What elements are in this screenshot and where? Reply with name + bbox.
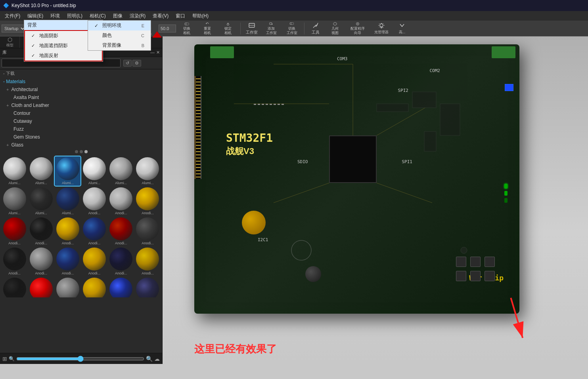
mat-item-8[interactable]: Alumi... — [55, 187, 80, 216]
cloud-icon[interactable]: ☁ — [154, 356, 160, 362]
mat-item-16[interactable]: Anodi... — [108, 217, 134, 246]
green-conn-2 — [492, 46, 515, 58]
svg-rect-23 — [440, 104, 460, 135]
config-wizard-button[interactable]: 配置程序向导 — [346, 22, 370, 35]
geo-view-button[interactable]: 几何视图 — [325, 22, 345, 35]
mat-item-20[interactable]: Anodi... — [55, 247, 80, 276]
mat-item-1[interactable]: Alumi... — [28, 156, 54, 186]
title-icon: 🔷 — [3, 3, 9, 8]
tree-item-contour[interactable]: Contour — [0, 109, 162, 117]
dropdown-menu: 背景 ▶ ✓ 照明环境 E 颜色 C 背景图像 B ✓ 地面阴影 ✓ 地面遮挡阴… — [24, 20, 103, 62]
page-dot-1[interactable] — [75, 150, 78, 153]
mat-item-4[interactable]: Alumi... — [108, 156, 134, 186]
mat-item-11[interactable]: Anodi... — [135, 187, 161, 216]
tree-item-architectural[interactable]: + Architectural — [0, 86, 162, 93]
menu-file[interactable]: 文件(F) — [2, 12, 23, 20]
menu-env[interactable]: 环境 — [47, 12, 63, 20]
tree-download[interactable]: - 下载 — [0, 69, 162, 78]
reset-camera-button[interactable]: 重置相机 — [197, 22, 217, 35]
menu-edit[interactable]: 编辑(E) — [24, 12, 46, 20]
tree-item-glass[interactable]: + Glass — [0, 141, 162, 149]
mat-item-24[interactable]: Anodi... — [2, 277, 27, 297]
mat-item-27[interactable]: Anodi... — [81, 277, 107, 297]
mat-item-12[interactable]: Anodi... — [2, 217, 27, 246]
lock-camera-button[interactable]: 锁定相机 — [218, 22, 238, 35]
switch-camera-button[interactable]: 切换相机 — [177, 22, 197, 35]
mat-item-10[interactable]: Anodi... — [108, 187, 134, 216]
mat-item-29[interactable]: Anodi... — [135, 277, 161, 297]
mat-item-21[interactable]: Anodi... — [81, 247, 107, 276]
mat-item-7[interactable]: Alumi... — [28, 187, 54, 216]
material-grid: Alumi...Alumi...Alumi...Alumi...Alumi...… — [0, 155, 162, 297]
dd-color[interactable]: 颜色 C — [88, 30, 151, 40]
dd-bg-image[interactable]: 背景图像 B — [88, 40, 151, 50]
tree-item-cloth[interactable]: + Cloth and Leather — [0, 101, 162, 109]
menu-window[interactable]: 窗口 — [172, 12, 188, 20]
mat-item-18[interactable]: Anodi... — [2, 247, 27, 276]
mat-item-17[interactable]: Anodi... — [135, 217, 161, 246]
mat-item-25[interactable]: Anodi... — [28, 277, 54, 297]
startup-select[interactable]: Startup — [2, 25, 26, 32]
mat-item-6[interactable]: Alumi... — [2, 187, 27, 216]
search-config-btn[interactable]: ⚙ — [132, 60, 141, 67]
add-studio-button[interactable]: 添加工作室 — [261, 22, 281, 35]
tree-materials[interactable]: - Materials — [0, 78, 162, 86]
mat-item-5[interactable]: Alumi... — [135, 156, 161, 186]
search-icon-bottom2[interactable]: 🔍 — [146, 356, 153, 362]
page-dot-2[interactable] — [80, 150, 83, 153]
divider4 — [304, 23, 305, 34]
size-slider[interactable] — [16, 356, 144, 362]
mat-item-14[interactable]: Anodi... — [55, 217, 80, 246]
mat-item-9[interactable]: Anodi... — [81, 187, 107, 216]
search-refresh-btn[interactable]: ↺ — [123, 60, 132, 67]
tree-item-axalta[interactable]: Axalta Paint — [0, 93, 162, 101]
mat-item-28[interactable]: Anodi... — [108, 277, 134, 297]
tree-item-cutaway[interactable]: Cutaway — [0, 117, 162, 125]
dd-ground-reflection[interactable]: ✓ 地面反射 — [25, 51, 102, 61]
dd-bg-image-label: 背景图像 — [102, 42, 121, 49]
menu-camera[interactable]: 相机(C) — [86, 12, 109, 20]
page-dot-3[interactable] — [84, 150, 88, 153]
svg-point-27 — [461, 247, 467, 253]
mat-thumb-9 — [83, 187, 106, 210]
menu-view[interactable]: 查看(V) — [149, 12, 172, 20]
mat-item-13[interactable]: Anodi... — [28, 217, 54, 246]
pagination — [0, 149, 162, 155]
mat-thumb-8 — [56, 187, 79, 210]
tab-model[interactable]: ⬡ 模型 — [0, 36, 20, 48]
dd-ground-reflection-label: 地面反射 — [39, 52, 58, 59]
viewport[interactable]: STM32F1 战舰V3 COM3 COM2 SPI2 SPI1 SDIO I2… — [163, 36, 588, 364]
tree-item-fuzz[interactable]: Fuzz — [0, 125, 162, 133]
mat-item-0[interactable]: Alumi... — [2, 156, 27, 186]
mat-item-2[interactable]: Alumi... — [55, 156, 80, 186]
grid-icon[interactable]: ⊞ — [2, 356, 7, 362]
mat-thumb-12 — [3, 217, 26, 240]
mat-item-3[interactable]: Alumi... — [81, 156, 107, 186]
dd-lighting-env[interactable]: ✓ 照明环境 E — [88, 21, 151, 30]
mat-label-3: Alumi... — [82, 181, 106, 185]
mat-label-0: Alumi... — [2, 181, 27, 185]
menu-help[interactable]: 帮助(H) — [189, 12, 212, 20]
mat-item-15[interactable]: Anodi... — [81, 217, 107, 246]
mat-item-22[interactable]: Anodi... — [108, 247, 134, 276]
search-icon-bottom[interactable]: 🔍 — [9, 356, 15, 362]
high-button[interactable]: 高... — [393, 22, 411, 35]
titlebar: 🔷 KeyShot 10.0 Pro - untitled.bip — [0, 0, 588, 11]
menu-lighting[interactable]: 照明(L) — [64, 12, 86, 20]
menu-image[interactable]: 图像 — [110, 12, 126, 20]
menu-render[interactable]: 渲染(R) — [126, 12, 149, 20]
tree-view[interactable]: - 下载 - Materials + Architectural Axalta … — [0, 69, 162, 149]
pcb-header-left — [194, 76, 201, 179]
studio-button[interactable]: 工作室 — [243, 22, 260, 35]
switch-studio-button[interactable]: 切换工作室 — [282, 22, 302, 35]
svg-line-29 — [502, 298, 532, 338]
mat-item-26[interactable]: Anodi... — [55, 277, 80, 297]
search-buttons: ↺ ⚙ — [123, 60, 141, 67]
tools-button[interactable]: 工具 — [307, 22, 324, 35]
mat-thumb-2 — [56, 157, 79, 180]
mat-item-19[interactable]: Anodi... — [28, 247, 54, 276]
light-manager-button[interactable]: 光管理器 — [370, 22, 393, 35]
lib-close-btn[interactable]: ✕ — [156, 50, 160, 55]
mat-item-23[interactable]: Anodi... — [135, 247, 161, 276]
tree-item-gemstones[interactable]: Gem Stones — [0, 133, 162, 141]
